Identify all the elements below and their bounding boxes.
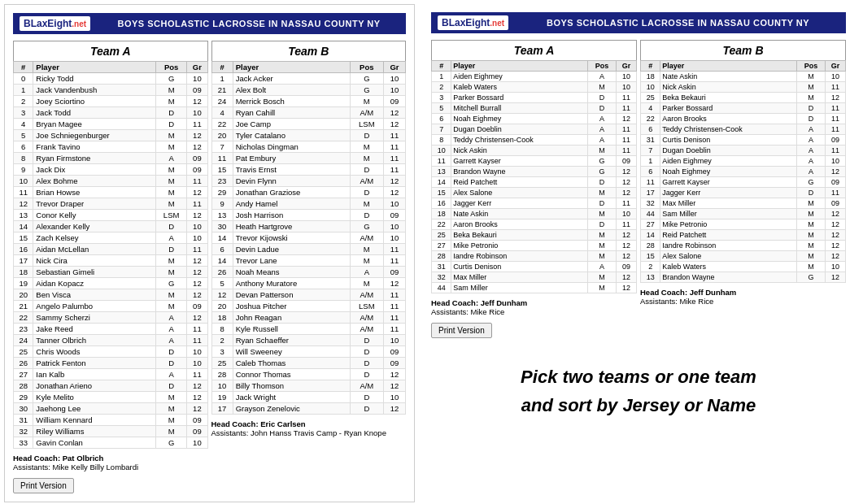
right-team-b-hc-label: Head Coach:	[640, 288, 687, 297]
right-print-button[interactable]: Print Version	[431, 323, 492, 338]
table-row: 29Kyle MelitoM12	[14, 392, 208, 403]
table-row: 13Brandon WayneG12	[432, 167, 637, 177]
table-row: 2Ryan SchaefferD10	[211, 335, 406, 346]
left-print-button[interactable]: Print Version	[13, 478, 74, 493]
left-team-b-asst-names: John Hanss Travis Camp - Ryan Knope	[251, 428, 386, 437]
table-row: 13Josh HarrisonD09	[211, 210, 406, 221]
right-team-a-coach: Head Coach: Jeff Dunham Assistants: Mike…	[431, 298, 637, 316]
table-row: 25Caleb ThomasD09	[211, 358, 406, 369]
left-team-b: Team B # Player Pos Gr 1Jack AckerG1021A…	[211, 41, 407, 493]
table-row: 27Ian KalbA11	[14, 369, 208, 380]
table-row: 1Jack VandenbushM09	[14, 85, 208, 96]
left-team-b-table: # Player Pos Gr 1Jack AckerG1021Alex Bol…	[211, 61, 407, 415]
table-row: 6Noah EighmeyA12	[432, 114, 637, 124]
right-header-bar: BLaxEight.net BOYS SCHOLASTIC LACROSSE I…	[431, 12, 846, 33]
table-row: 19Aidan KopaczG12	[14, 278, 208, 289]
table-row: 26Patrick FentonD10	[14, 358, 208, 369]
table-row: 10Alex BohmeM11	[14, 176, 208, 187]
table-row: 1Jack AckerG10	[211, 73, 406, 85]
table-row: 31Curtis DenisonA09	[641, 135, 846, 146]
right-team-a: Team A # Player Pos Gr 1Aiden EighmeyA10…	[431, 40, 637, 338]
table-row: 7Dugan DoeblinA11	[432, 124, 637, 135]
table-row: 6Teddy Christensen-CookA11	[641, 124, 846, 135]
r-col-hash-b: #	[641, 61, 660, 72]
table-row: 3Will SweeneyD09	[211, 346, 406, 358]
table-row: 3Jack ToddD10	[14, 107, 208, 119]
table-row: 5Mitchell BurrallD11	[432, 103, 637, 114]
right-team-b-hc-name: Jeff Dunham	[690, 288, 737, 297]
col-pos: Pos	[155, 62, 186, 73]
col-player-b: Player	[233, 62, 350, 73]
right-team-b-header: Team B	[640, 40, 846, 60]
table-row: 24Tanner OlbrichA11	[14, 335, 208, 346]
table-row: 13Brandon WayneG12	[641, 272, 846, 283]
right-team-b-asst-label: Assistants:	[640, 297, 678, 306]
right-team-b-coach: Head Coach: Jeff Dunham Assistants: Mike…	[640, 288, 846, 306]
table-row: 10Nick AskinM11	[432, 146, 637, 156]
table-row: 29Jonathan GrazioseD12	[211, 187, 406, 198]
r-col-player-a: Player	[451, 61, 588, 72]
right-panel: BLaxEight.net BOYS SCHOLASTIC LACROSSE I…	[423, 4, 854, 502]
table-row: 32Max MillerM12	[432, 272, 637, 283]
table-row: 8Ryan FirmstoneA09	[14, 153, 208, 164]
table-row: 5Joe SchniegenburgerM12	[14, 130, 208, 141]
table-row: 16Jagger KerrD11	[432, 198, 637, 209]
table-row: 6Devin LadueM11	[211, 244, 406, 255]
left-team-a-asst-label: Assistants:	[13, 463, 50, 471]
right-team-a-header: Team A	[431, 40, 637, 60]
table-row: 17Jagger KerrD11	[641, 188, 846, 198]
table-row: 31William KennardM09	[14, 415, 208, 426]
table-row: 17Nick CiraM12	[14, 255, 208, 267]
table-row: 15Zach KelseyA10	[14, 232, 208, 244]
table-row: 11Brian HowseM12	[14, 187, 208, 198]
pick-message: Pick two teams or one team and sort by J…	[431, 354, 846, 428]
table-row: 9Andy HamelM10	[211, 198, 406, 210]
left-logo: BLaxEight.net	[20, 16, 90, 31]
table-row: 5Anthony MuratoreM12	[211, 278, 406, 289]
table-row: 9Jack DixM09	[14, 164, 208, 176]
right-team-b: Team B # Player Pos Gr 18Nate AskinM1010…	[640, 40, 846, 338]
table-row: 33Gavin ConlanG10	[14, 437, 208, 449]
left-team-a-head-coach-name: Pat Olbrich	[63, 454, 104, 463]
table-row: 11Pat EmburyM11	[211, 153, 406, 164]
table-row: 15Travis ErnstD11	[211, 164, 406, 176]
r-col-hash-a: #	[432, 61, 451, 72]
right-team-a-hc-name: Jeff Dunham	[481, 298, 528, 307]
r-col-pos-b: Pos	[797, 61, 826, 72]
table-row: 26Noah MeansA09	[211, 267, 406, 278]
table-row: 30Jaehong LeeM12	[14, 403, 208, 415]
table-row: 4Bryan MageeD11	[14, 119, 208, 130]
table-row: 22Aaron BrooksD11	[641, 114, 846, 124]
table-row: 4Ryan CahillA/M12	[211, 107, 406, 119]
left-team-a: Team A # Player Pos Gr 0Ricky ToddG101Ja…	[13, 41, 208, 493]
table-row: 28Jonathan ArienoD12	[14, 380, 208, 392]
right-team-a-asst-names: Mike Rice	[471, 307, 505, 316]
table-row: 44Sam MillerM12	[641, 209, 846, 219]
right-logo-text: BLaxEight	[442, 17, 490, 28]
left-header-title: BOYS SCHOLASTIC LACROSSE IN NASSAU COUNT…	[98, 19, 399, 28]
table-row: 25Beka BekauriM12	[432, 230, 637, 241]
table-row: 1Aiden EighmeyA10	[641, 156, 846, 167]
left-team-a-coach: Head Coach: Pat Olbrich Assistants: Mike…	[13, 454, 208, 471]
table-row: 8Teddy Christensen-CookA11	[432, 135, 637, 146]
table-row: 28Iandre RobinsonM12	[432, 251, 637, 262]
pick-message-line2: and sort by Jersey or Name	[439, 391, 838, 419]
right-team-a-hc-label: Head Coach:	[431, 298, 478, 307]
col-hash-b: #	[211, 62, 233, 73]
table-row: 7Dugan DoeblinA11	[641, 146, 846, 156]
table-row: 10Billy ThomsonA/M12	[211, 380, 406, 392]
table-row: 23Jake ReedA11	[14, 324, 208, 335]
table-row: 2Kaleb WatersM10	[432, 82, 637, 93]
table-row: 12Trevor DraperM11	[14, 198, 208, 210]
table-row: 15Alex SaloneM12	[641, 251, 846, 262]
table-row: 15Alex SaloneM12	[432, 188, 637, 198]
right-team-b-asst-names: Mike Rice	[680, 297, 714, 306]
left-team-b-asst-label: Assistants:	[211, 428, 249, 437]
table-row: 22Joe CampLSM12	[211, 119, 406, 130]
table-row: 2Joey SciortinoM12	[14, 96, 208, 107]
left-team-b-head-coach-label: Head Coach:	[211, 419, 259, 428]
table-row: 1Aiden EighmeyA10	[432, 72, 637, 82]
table-row: 18John ReaganA/M11	[211, 312, 406, 324]
table-row: 25Beka BekauriM12	[641, 93, 846, 103]
logo-net: .net	[72, 20, 86, 28]
